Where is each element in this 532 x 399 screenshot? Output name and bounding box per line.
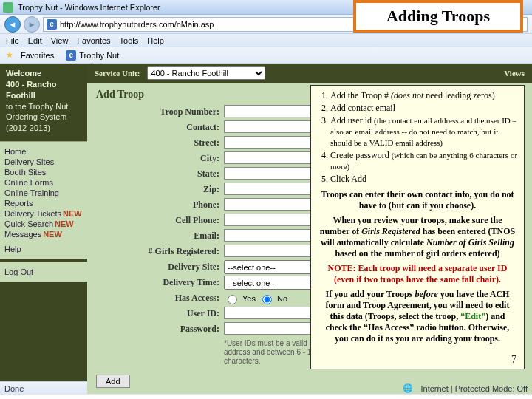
tab-trophy-nut[interactable]: Trophy Nut (79, 51, 119, 60)
globe-icon: 🌐 (403, 383, 413, 393)
label-access: Has Access: (113, 291, 224, 305)
nav-reports[interactable]: Reports (4, 198, 83, 208)
input-girls[interactable] (224, 245, 320, 257)
nav-home[interactable]: Home (4, 146, 83, 157)
label-cell: Cell Phone: (113, 214, 224, 228)
nav-messages[interactable]: MessagesNEW (4, 229, 83, 239)
label-email: Email: (113, 229, 224, 243)
label-dsite: Delivery Site: (113, 260, 224, 274)
label-street: Street: (113, 136, 224, 150)
select-dsite[interactable]: --select one-- (224, 260, 320, 274)
menu-file[interactable]: File (6, 36, 19, 45)
radio-access-yes[interactable] (228, 295, 237, 304)
label-dtime: Delivery Time: (113, 276, 224, 290)
input-street[interactable] (224, 136, 320, 149)
input-state[interactable] (224, 167, 320, 180)
views-label: Views (504, 69, 525, 78)
nav-help[interactable]: Help (4, 244, 83, 254)
back-button[interactable]: ◄ (4, 16, 21, 33)
nav-online-forms[interactable]: Online Forms (4, 177, 83, 188)
input-password[interactable] (224, 322, 320, 335)
welcome-unit: 400 - Rancho Foothill (6, 79, 81, 101)
label-city: City: (113, 151, 224, 166)
nav-online-training[interactable]: Online Training (4, 188, 83, 198)
menu-help[interactable]: Help (147, 36, 164, 45)
label-state: State: (113, 167, 224, 181)
service-unit-select[interactable]: 400 - Rancho Foothill (147, 66, 265, 80)
nav-quick-search[interactable]: Quick SearchNEW (4, 219, 83, 229)
welcome-panel: Welcome 400 - Rancho Foothill to the Tro… (0, 64, 87, 141)
welcome-year: (2012-2013) (6, 123, 81, 134)
nav-delivery-tickets[interactable]: Delivery TicketsNEW (4, 208, 83, 219)
favorites-label[interactable]: Favorites (21, 51, 54, 60)
service-unit-label: Service Unit: (95, 69, 140, 78)
label-troop: Troop Number: (113, 105, 224, 119)
menu-edit[interactable]: Edit (28, 36, 42, 45)
label-userid: User ID: (113, 307, 224, 321)
label-zip: Zip: (113, 183, 224, 197)
input-troop[interactable] (224, 105, 320, 117)
label-girls: # Girls Registered: (113, 245, 224, 259)
welcome-line: Welcome (6, 68, 81, 79)
menubar: File Edit View Favorites Tools Help (0, 34, 532, 47)
menu-tools[interactable]: Tools (120, 36, 139, 45)
status-done: Done (4, 384, 24, 393)
label-contact: Contact: (113, 120, 224, 134)
nav-delivery-sites[interactable]: Delivery Sites (4, 157, 83, 167)
welcome-text: to the Trophy Nut Ordering System (6, 101, 81, 123)
radio-access-no[interactable] (262, 295, 272, 304)
status-zone: Internet | Protected Mode: Off (420, 384, 528, 393)
input-zip[interactable] (224, 183, 320, 195)
add-button[interactable]: Add (96, 375, 130, 388)
input-city[interactable] (224, 151, 320, 164)
tab-icon: e (66, 50, 76, 61)
input-email[interactable] (224, 229, 320, 242)
input-cell[interactable] (224, 214, 320, 226)
ie-icon: e (47, 19, 57, 30)
input-contact[interactable] (224, 120, 320, 133)
callout-title: Adding Troops (353, 0, 523, 33)
menu-favorites[interactable]: Favorites (77, 36, 110, 45)
label-password: Password: (113, 322, 224, 336)
callout-body: Add the Troop # (does not need leading z… (310, 85, 525, 369)
menu-view[interactable]: View (51, 36, 69, 45)
select-dtime[interactable]: --select one-- (224, 276, 320, 290)
slide-number: 7 (511, 353, 516, 366)
favorites-star-icon[interactable]: ★ (6, 50, 13, 60)
favicon (3, 2, 13, 13)
nav-links: Home Delivery Sites Booth Sites Online F… (0, 141, 87, 259)
label-phone: Phone: (113, 198, 224, 212)
nav-logout[interactable]: Log Out (4, 267, 83, 277)
input-phone[interactable] (224, 198, 320, 211)
nav-booth-sites[interactable]: Booth Sites (4, 167, 83, 177)
input-userid[interactable] (224, 307, 320, 319)
forward-button[interactable]: ► (24, 16, 40, 33)
